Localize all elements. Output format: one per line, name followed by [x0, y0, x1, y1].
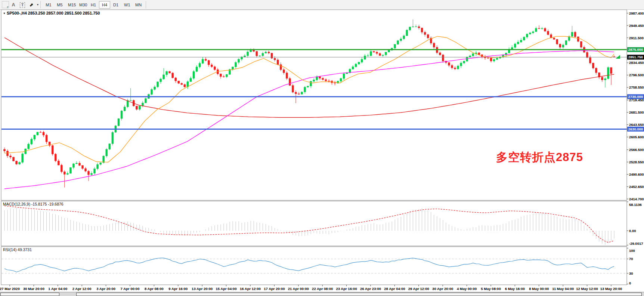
time-axis-label[interactable]: 9 Apr 16:00 — [168, 287, 188, 291]
candle-body — [244, 56, 246, 57]
toolbar-drag-handle[interactable] — [40, 1, 41, 8]
candle-body — [421, 28, 423, 32]
candle-body — [520, 40, 522, 42]
price-badge-label: 2630.000 — [628, 127, 643, 131]
time-axis-label[interactable]: 21 Apr 00:00 — [288, 287, 309, 291]
time-axis-label[interactable]: 8 Apr 08:00 — [145, 287, 164, 291]
candle-body — [184, 84, 186, 87]
time-axis-label[interactable]: 27 Mar 2020 — [0, 287, 20, 291]
time-axis-label[interactable]: 8 May 00:00 — [529, 287, 549, 291]
timeframe-button-W1[interactable]: W1 — [121, 1, 133, 9]
candle-body — [580, 41, 582, 47]
candle-body — [370, 52, 372, 56]
scrollbar-thumb[interactable] — [0, 293, 59, 296]
candle-body — [85, 169, 87, 171]
rsi-axis-label: 100 — [629, 249, 635, 253]
time-axis-label[interactable]: 29 Apr 12:00 — [408, 287, 429, 291]
candle-body — [259, 56, 261, 56]
timeframe-button-MN[interactable]: MN — [133, 1, 144, 9]
time-axis-label[interactable]: 3 Apr 20:00 — [96, 287, 115, 291]
candle-body — [262, 53, 264, 56]
price-axis-label: 2490.600 — [629, 172, 644, 176]
candle-body — [55, 154, 56, 161]
arrows-tool-button[interactable]: ⬈ — [27, 1, 36, 9]
dotted-grid-f-icon[interactable]: F — [2, 1, 9, 8]
horizontal-scrollbar[interactable] — [0, 292, 644, 296]
candle-body — [280, 65, 282, 70]
candle-body — [226, 74, 227, 77]
time-axis-label[interactable]: 5 May 08:00 — [481, 287, 501, 291]
candle-body — [181, 83, 183, 84]
candle-body — [256, 51, 258, 56]
candle-body — [172, 73, 174, 78]
timeframe-button-M5[interactable]: M5 — [54, 1, 65, 9]
candle-body — [232, 67, 234, 70]
candle-body — [412, 27, 414, 27]
timeframe-button-M1[interactable]: M1 — [43, 1, 54, 9]
candle-body — [388, 50, 390, 52]
candle-body — [535, 28, 537, 32]
time-axis-label[interactable]: 6 May 16:00 — [505, 287, 525, 291]
candle-body — [283, 70, 285, 73]
timeframe-button-H1[interactable]: H1 — [88, 1, 99, 9]
candle-body — [7, 151, 9, 156]
time-axis-label[interactable]: 12 May 12:00 — [576, 287, 598, 291]
candle-body — [334, 83, 336, 83]
candle-body — [193, 71, 195, 78]
time-axis-label[interactable]: 2 Apr 12:00 — [72, 287, 92, 291]
chart-canvas[interactable]: 2987.4002949.4502911.5002834.4502796.500… — [0, 0, 644, 296]
time-axis-label[interactable]: 7 Apr 00:00 — [121, 287, 140, 291]
candle-body — [75, 163, 77, 164]
candle-body — [424, 32, 426, 35]
timeframe-button-M15[interactable]: M15 — [65, 1, 77, 9]
candle-body — [490, 58, 492, 61]
time-axis-label[interactable]: 23 Apr 16:00 — [336, 287, 357, 291]
candle-body — [457, 66, 459, 69]
candle-body — [109, 144, 111, 149]
candle-body — [154, 87, 156, 89]
candle-body — [571, 32, 573, 36]
time-axis-label[interactable]: 22 Apr 08:00 — [312, 287, 333, 291]
scrollbar-track[interactable] — [76, 293, 642, 296]
timeframe-button-D1[interactable]: D1 — [110, 1, 121, 9]
candle-body — [208, 61, 210, 65]
candle-body — [22, 154, 24, 163]
time-axis-label[interactable]: 13 Apr 20:00 — [192, 287, 213, 291]
candle-body — [526, 34, 528, 37]
chart-title-collapse-icon[interactable]: ▼ — [3, 12, 6, 15]
time-axis-label[interactable]: 30 Mar 20:00 — [23, 287, 44, 291]
text-label-tool-button[interactable]: A — [9, 1, 18, 9]
rsi-panel[interactable] — [1, 247, 627, 285]
candle-body — [466, 57, 468, 61]
price-axis-label: 2605.600 — [629, 135, 644, 139]
time-axis-label[interactable]: 17 Apr 20:00 — [264, 287, 285, 291]
time-axis-label[interactable]: 4 May 00:00 — [457, 287, 477, 291]
time-axis-label[interactable]: 16 Apr 12:00 — [240, 287, 261, 291]
time-axis-label[interactable]: 15 Apr 04:00 — [216, 287, 237, 291]
candle-body — [64, 172, 65, 175]
candle-body — [538, 28, 540, 29]
timeframe-button-M30[interactable]: M30 — [77, 1, 88, 9]
time-axis-label[interactable]: 26 Apr 23:00 — [360, 287, 381, 291]
time-axis-label[interactable]: 13 May 20:00 — [600, 287, 622, 291]
price-axis-label: 2643.550 — [629, 123, 644, 127]
time-axis-label[interactable]: 28 Apr 04:00 — [384, 287, 405, 291]
timeframe-button-H4[interactable]: H4 — [99, 1, 110, 9]
time-axis-label[interactable]: 30 Apr 20:00 — [432, 287, 453, 291]
candle-body — [397, 41, 399, 44]
candle-body — [589, 58, 591, 63]
annotation-text: 多空转折点2875 — [496, 149, 583, 165]
candle-body — [298, 94, 300, 94]
candle-body — [247, 52, 249, 56]
candle-body — [376, 52, 378, 54]
candle-body — [97, 164, 99, 169]
time-axis-label[interactable]: 11 May 04:00 — [552, 287, 574, 291]
candle-body — [46, 135, 47, 142]
price-axis-label: 2414.700 — [629, 197, 644, 201]
candle-body — [106, 149, 108, 156]
text-tool-button[interactable]: T — [18, 1, 27, 9]
time-axis-label[interactable]: 1 Apr 04:00 — [48, 287, 67, 291]
arrows-dropdown-caret-icon[interactable]: ▾ — [36, 1, 40, 9]
candle-body — [352, 67, 354, 70]
candle-body — [358, 62, 360, 64]
